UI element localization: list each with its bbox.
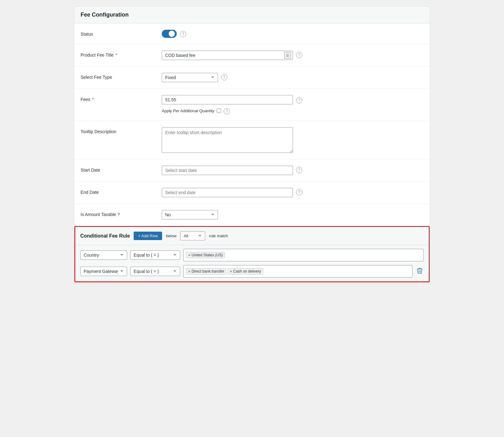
product-fee-title-control: ☰ ? — [162, 51, 423, 60]
start-date-help-icon[interactable]: ? — [296, 167, 302, 173]
fee-type-control: Fixed Percentage ? — [162, 73, 423, 82]
conditional-rows: Country Payment Gateway Product Category… — [75, 245, 429, 281]
end-date-label: End Date — [81, 188, 162, 195]
condition-values-box-2: × Direct bank transfer × Cash on deliver… — [183, 265, 413, 278]
conditional-header: Conditional Fee Rule + Add Row below All… — [75, 227, 429, 245]
fee-type-help-icon[interactable]: ? — [221, 74, 227, 80]
title-help-icon[interactable]: ? — [296, 52, 302, 58]
taxable-control: No Yes — [162, 210, 423, 219]
fee-configuration-card: Fee Configuration Status ? Product Fee T… — [74, 6, 430, 283]
trash-icon — [417, 268, 422, 274]
end-date-input[interactable] — [162, 188, 293, 197]
tag-us: × United States (US) — [186, 252, 225, 258]
end-date-control: ? — [162, 188, 423, 197]
status-row: Status ? — [74, 23, 430, 44]
condition-field-select-1[interactable]: Country Payment Gateway Product Category — [80, 250, 127, 260]
fees-help-icon[interactable]: ? — [296, 97, 302, 103]
card-header: Fee Configuration — [74, 7, 430, 23]
tag-direct-bank-label: Direct bank transfer — [191, 269, 224, 274]
fees-control: ? Apply Per Additional Quantity ? — [162, 95, 423, 114]
fees-row: Fees * ? Apply Per Additional Quantity ? — [74, 89, 430, 121]
taxable-select[interactable]: No Yes — [162, 210, 218, 219]
start-date-label: Start Date — [81, 166, 162, 173]
condition-field-select-2[interactable]: Payment Gateway Country Product Category — [80, 267, 127, 276]
fees-label: Fees * — [81, 95, 162, 102]
tooltip-control — [162, 127, 423, 153]
status-help-icon[interactable]: ? — [180, 31, 186, 37]
status-label: Status — [81, 30, 162, 37]
add-row-button[interactable]: + Add Row — [134, 232, 162, 240]
fees-section: ? Apply Per Additional Quantity ? — [162, 95, 302, 114]
rule-match-text: rule match — [209, 234, 228, 238]
condition-operator-select-2[interactable]: Equal to ( = ) Not equal to ( != ) Conta… — [130, 267, 180, 276]
tooltip-textarea[interactable] — [162, 127, 293, 153]
page-wrapper: Fee Configuration Status ? Product Fee T… — [68, 0, 436, 289]
end-date-help-icon[interactable]: ? — [296, 189, 302, 195]
status-control-wrap: ? — [162, 30, 423, 38]
condition-operator-select-1[interactable]: Equal to ( = ) Not equal to ( != ) Conta… — [130, 250, 180, 260]
tooltip-row: Tooltip Description — [74, 121, 430, 159]
tag-direct-bank-remove[interactable]: × — [188, 269, 190, 273]
title-input-wrapper: ☰ — [162, 51, 293, 60]
apply-per-qty-row: Apply Per Additional Quantity ? — [162, 107, 302, 114]
condition-values-box-1: × United States (US) — [183, 249, 424, 261]
apply-per-qty-label: Apply Per Additional Quantity — [162, 108, 214, 113]
conditional-fee-rule-section: Conditional Fee Rule + Add Row below All… — [74, 226, 430, 282]
toggle-slider — [162, 30, 177, 38]
start-date-input[interactable] — [162, 166, 293, 175]
fees-input[interactable] — [162, 95, 293, 104]
fee-type-label: Select Fee Type — [81, 73, 162, 80]
fee-type-select[interactable]: Fixed Percentage — [162, 73, 218, 82]
below-label: below — [166, 234, 176, 238]
condition-row-2: Payment Gateway Country Product Category… — [80, 265, 424, 278]
tag-cod: × Cash on delivery — [228, 268, 263, 274]
product-fee-title-label: Product Fee Title * — [81, 51, 162, 58]
tag-us-remove[interactable]: × — [188, 253, 190, 257]
condition-row-1: Country Payment Gateway Product Category… — [80, 249, 424, 261]
start-date-control: ? — [162, 166, 423, 175]
rule-match-select[interactable]: All Any — [180, 231, 205, 240]
conditional-title: Conditional Fee Rule — [80, 233, 130, 239]
product-fee-title-row: Product Fee Title * ☰ ? — [74, 44, 430, 67]
start-date-row: Start Date ? — [74, 159, 430, 182]
end-date-row: End Date ? — [74, 182, 430, 204]
status-toggle[interactable] — [162, 30, 177, 38]
product-fee-title-input[interactable] — [162, 51, 293, 60]
tag-us-label: United States (US) — [191, 253, 223, 257]
delete-row-2-button[interactable] — [416, 266, 424, 277]
taxable-row: Is Amount Taxable ? No Yes — [74, 204, 430, 226]
tag-cod-label: Cash on delivery — [233, 269, 261, 274]
page-title: Fee Configuration — [81, 12, 423, 18]
tooltip-label: Tooltip Description — [81, 127, 162, 134]
tag-direct-bank: × Direct bank transfer — [186, 268, 226, 274]
taxable-label: Is Amount Taxable ? — [81, 210, 162, 217]
fee-type-row: Select Fee Type Fixed Percentage ? — [74, 67, 430, 89]
apply-per-qty-checkbox[interactable] — [217, 108, 221, 113]
apply-per-qty-help-icon[interactable]: ? — [224, 108, 230, 114]
title-icon-btn[interactable]: ☰ — [284, 52, 291, 59]
tag-cod-remove[interactable]: × — [230, 269, 232, 273]
